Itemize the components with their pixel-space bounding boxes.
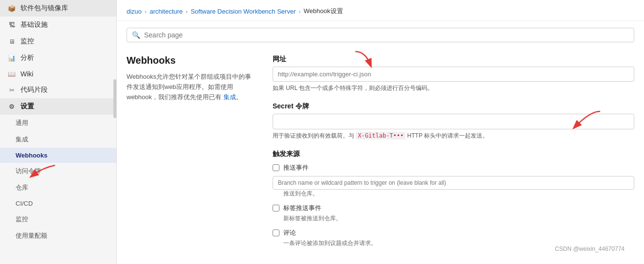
- sidebar-label-webhooks: Webhooks: [16, 152, 48, 159]
- sidebar-item-monitor[interactable]: 🖥 监控: [0, 33, 116, 50]
- sidebar-label-snippets: 代码片段: [20, 86, 48, 94]
- sidebar-label-wiki: Wiki: [20, 70, 33, 78]
- url-arrow: [350, 49, 380, 69]
- webhooks-title: Webhooks: [127, 55, 253, 66]
- url-section: 网址 如果 URL 包含一个或多个特殊字符，则必须进行百分号编码。: [273, 55, 634, 92]
- breadcrumb-server[interactable]: Software Decision Workbench Server: [191, 8, 296, 15]
- search-input[interactable]: [144, 31, 629, 39]
- search-input-wrap: 🔍: [127, 28, 634, 42]
- push-event-label: 推送事件: [283, 163, 309, 172]
- left-panel: Webhooks Webhooks允许您针对某个群组或项目中的事件发送通知到we…: [127, 47, 253, 257]
- tag-push-desc: 新标签被推送到仓库。: [283, 214, 634, 223]
- scrollbar-thumb[interactable]: [113, 79, 116, 118]
- sidebar-item-repository[interactable]: 仓库: [0, 179, 116, 196]
- url-label: 网址: [273, 55, 634, 64]
- settings-icon: ⚙: [8, 103, 16, 110]
- tag-push-group: 标签推送事件 新标签被推送到仓库。: [273, 204, 634, 223]
- watermark: CSDN @weixin_44670774: [555, 246, 625, 252]
- sidebar-label-analysis: 分析: [20, 53, 34, 62]
- analysis-icon: 📊: [8, 54, 16, 62]
- sidebar-item-usage-quota[interactable]: 使用量配额: [0, 228, 116, 244]
- sidebar-item-snippets[interactable]: ✂ 代码片段: [0, 82, 116, 98]
- sidebar-label-monitoring: 监控: [16, 215, 28, 224]
- wiki-icon: 📖: [8, 70, 16, 78]
- integrations-link[interactable]: 集成: [223, 93, 236, 101]
- sidebar-item-infra[interactable]: 🏗 基础设施: [0, 17, 116, 33]
- webhooks-description: Webhooks允许您针对某个群组或项目中的事件发送通知到web应用程序。如需使…: [127, 72, 253, 102]
- sidebar-item-general[interactable]: 通用: [0, 115, 116, 131]
- sidebar-label-general: 通用: [16, 119, 28, 127]
- url-input[interactable]: [273, 67, 634, 82]
- sidebar-label-packages: 软件包与镜像库: [20, 4, 68, 13]
- comment-group: 评论 一条评论被添加到议题或合并请求。: [273, 229, 634, 247]
- sidebar-label-cicd: CI/CD: [16, 200, 33, 207]
- breadcrumb: dizuo › architecture › Software Decision…: [117, 0, 644, 21]
- packages-icon: 📦: [8, 4, 16, 12]
- push-event-desc: 推送到仓库。: [283, 190, 634, 198]
- sidebar-label-settings: 设置: [20, 102, 34, 111]
- sidebar-label-infra: 基础设施: [20, 20, 48, 29]
- secret-hint-code: X-Gitlab-T•••: [356, 132, 405, 140]
- sidebar-item-packages[interactable]: 📦 软件包与镜像库: [0, 0, 116, 17]
- sidebar-item-wiki[interactable]: 📖 Wiki: [0, 66, 116, 82]
- sidebar-label-monitor: 监控: [20, 37, 34, 46]
- secret-arrow: [566, 109, 605, 133]
- comment-checkbox[interactable]: [273, 229, 279, 236]
- push-event-group: 推送事件 推送到仓库。: [273, 163, 634, 198]
- sidebar-item-settings[interactable]: ⚙ 设置: [0, 98, 116, 115]
- url-hint: 如果 URL 包含一个或多个特殊字符，则必须进行百分号编码。: [273, 84, 634, 92]
- breadcrumb-current: Webhook设置: [304, 7, 343, 16]
- main-content: dizuo › architecture › Software Decision…: [117, 0, 644, 264]
- sidebar-item-monitoring[interactable]: 监控: [0, 211, 116, 228]
- push-event-row: 推送事件: [273, 163, 634, 172]
- monitor-icon: 🖥: [8, 37, 16, 45]
- trigger-section: 触发来源 推送事件 推送到仓库。 标签推送事件 新标签被: [273, 150, 634, 247]
- sidebar-item-cicd[interactable]: CI/CD: [0, 196, 116, 211]
- sidebar-label-repository: 仓库: [16, 183, 28, 192]
- comment-label: 评论: [283, 229, 296, 237]
- sidebar-label-integrations: 集成: [16, 135, 28, 144]
- sidebar-item-webhooks[interactable]: Webhooks: [0, 148, 116, 163]
- breadcrumb-dizuo[interactable]: dizuo: [127, 8, 142, 15]
- tag-push-checkbox[interactable]: [273, 205, 279, 211]
- push-event-checkbox[interactable]: [273, 164, 279, 171]
- infra-icon: 🏗: [8, 21, 16, 29]
- sidebar-label-usage-quota: 使用量配额: [16, 231, 47, 240]
- sidebar-label-access-tokens: 访问令牌: [16, 167, 41, 176]
- sidebar-item-analysis[interactable]: 📊 分析: [0, 50, 116, 66]
- secret-section: Secret 令牌 用于验证接收到的有效载荷。与: [273, 102, 634, 140]
- snippets-icon: ✂: [8, 86, 16, 94]
- trigger-label: 触发来源: [273, 150, 634, 158]
- right-panel: 网址 如果 URL 包含一个或多个特殊字符，则必须进行百分号编码。: [273, 47, 634, 257]
- scrollbar-track: [113, 0, 116, 264]
- search-bar-container: 🔍: [117, 21, 644, 47]
- content-area: Webhooks Webhooks允许您针对某个群组或项目中的事件发送通知到we…: [117, 47, 644, 264]
- sidebar-item-access-tokens[interactable]: 访问令牌: [0, 163, 116, 179]
- sidebar-item-integrations[interactable]: 集成: [0, 131, 116, 148]
- tag-push-label: 标签推送事件: [283, 204, 321, 212]
- branch-input[interactable]: [273, 176, 634, 190]
- comment-row: 评论: [273, 229, 634, 237]
- tag-push-row: 标签推送事件: [273, 204, 634, 212]
- breadcrumb-architecture[interactable]: architecture: [149, 8, 183, 15]
- sidebar: 📦 软件包与镜像库 🏗 基础设施 🖥 监控 📊 分析 📖 Wiki ✂ 代码片段…: [0, 0, 117, 264]
- search-icon: 🔍: [132, 31, 140, 39]
